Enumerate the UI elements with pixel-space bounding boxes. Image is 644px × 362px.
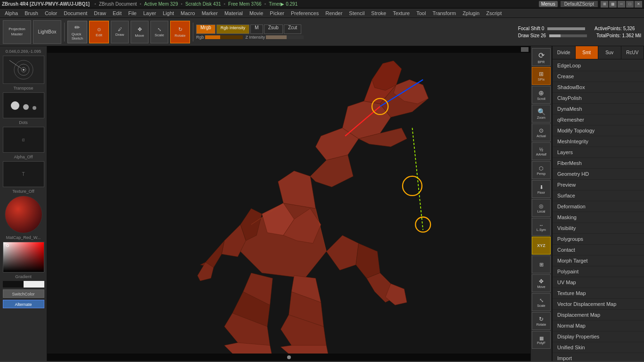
tool-menu-item-display-properties[interactable]: Display Properties — [553, 331, 644, 342]
actual-button[interactable]: ⊙ Actual — [532, 123, 551, 141]
close-button[interactable]: ✕ — [635, 1, 642, 8]
tool-menu-item-qremesher[interactable]: qRemesher — [553, 115, 644, 125]
scale-button[interactable]: ⤡ Scale — [150, 21, 168, 43]
gradient-bar[interactable] — [3, 281, 44, 288]
alternate-button[interactable]: Alternate — [3, 300, 44, 308]
divide-button[interactable]: Divide — [553, 46, 576, 59]
tool-menu-item-edgeloop[interactable]: EdgeLoop — [553, 60, 644, 71]
xyz-button[interactable]: XYZ — [532, 237, 551, 255]
tool-menu-item-texture-map[interactable]: Texture Map — [553, 288, 644, 299]
texture-widget[interactable]: T — [3, 161, 44, 187]
bpr-button[interactable]: ⟳ BPR — [532, 48, 551, 66]
tool-menu-item-displacement-map[interactable]: Displacement Map — [553, 310, 644, 321]
menu-color[interactable]: Color — [42, 9, 60, 17]
menu-light[interactable]: Light — [160, 9, 177, 17]
tool-menu-item-modify-topology[interactable]: Modify Topology — [553, 125, 644, 136]
edit-button[interactable]: ⊙ Edit — [89, 21, 109, 43]
transpose-widget[interactable] — [3, 56, 44, 84]
m-button[interactable]: M — [250, 25, 263, 34]
menu-marker[interactable]: Marker — [199, 9, 221, 17]
matcap-ball[interactable] — [5, 196, 42, 233]
scale2-button[interactable]: ⤡ Scale — [532, 293, 551, 311]
move2-button[interactable]: ✥ Move — [532, 274, 551, 292]
menu-document[interactable]: Document — [61, 9, 90, 17]
tool-menu-item-uv-map[interactable]: UV Map — [553, 277, 644, 288]
menu-file[interactable]: File — [125, 9, 140, 17]
smt-button[interactable]: Smt — [576, 46, 599, 59]
menu-tool[interactable]: Tool — [413, 9, 429, 17]
scroll-button[interactable]: ⊕ Scroll — [532, 86, 551, 104]
tool-menu-item-contact[interactable]: Contact — [553, 245, 644, 255]
tool-menu-item-polypaint[interactable]: Polypaint — [553, 266, 644, 277]
alpha-widget[interactable]: α — [3, 127, 44, 153]
frame-button[interactable]: ⊞ — [532, 255, 551, 273]
tool-menu-item-vector-displacement-map[interactable]: Vector Displacement Map — [553, 299, 644, 310]
zoom-button[interactable]: 🔍 Zoom — [532, 105, 551, 123]
menu-material[interactable]: Material — [222, 9, 246, 17]
icon-1[interactable]: ⊞ — [601, 1, 608, 8]
mrgb-button[interactable]: Mrgb — [196, 25, 215, 34]
brush-preview[interactable] — [3, 92, 44, 118]
tool-menu-item-deformation[interactable]: Deformation — [553, 201, 644, 212]
tool-menu-item-import[interactable]: Import — [553, 353, 644, 361]
menu-brush[interactable]: Brush — [22, 9, 41, 17]
projection-master-button[interactable]: ProjectionMaster — [3, 20, 31, 44]
floor-button[interactable]: ⬇ Floor — [532, 180, 551, 198]
zsub-button[interactable]: Zsub — [264, 25, 283, 34]
tool-menu-item-normal-map[interactable]: Normal Map — [553, 321, 644, 331]
tool-menu-item-polygroups[interactable]: Polygroups — [553, 234, 644, 245]
canvas-area[interactable] — [47, 46, 530, 361]
rotate2-button[interactable]: ↻ Rotate — [532, 312, 551, 330]
tool-menu-item-crease[interactable]: Crease — [553, 71, 644, 82]
menu-render[interactable]: Render — [322, 9, 345, 17]
lightbox-button[interactable]: LightBox — [33, 20, 61, 44]
tool-menu-item-fibermesh[interactable]: FiberMesh — [553, 158, 644, 169]
switch-color-button[interactable]: SwitchColor — [3, 289, 44, 298]
menu-preferences[interactable]: Preferences — [288, 9, 322, 17]
menu-movie[interactable]: Movie — [247, 9, 266, 17]
lsym-button[interactable]: ↔ L.Sym — [532, 218, 551, 236]
local-button[interactable]: ◎ Local — [532, 199, 551, 217]
menu-zplugin[interactable]: Zplugin — [460, 9, 482, 17]
tool-menu-item-morph-target[interactable]: Morph Target — [553, 255, 644, 266]
viewport-3d[interactable] — [47, 53, 530, 361]
tool-menu-item-masking[interactable]: Masking — [553, 212, 644, 223]
menus-button[interactable]: Menus — [539, 1, 558, 7]
menu-alpha[interactable]: Alpha — [2, 9, 21, 17]
tool-menu-item-claypolish[interactable]: ClayPolish — [553, 93, 644, 104]
aahalf-button[interactable]: ½ AAHalf — [532, 142, 551, 160]
minimize-button[interactable]: ─ — [618, 1, 625, 8]
color-picker-area[interactable] — [3, 242, 44, 272]
persp-button[interactable]: ⬡ Persp — [532, 161, 551, 179]
menu-draw[interactable]: Draw — [91, 9, 109, 17]
menu-stroke[interactable]: Stroke — [368, 9, 389, 17]
tool-menu-item-shadowbox[interactable]: ShadowBox — [553, 82, 644, 93]
menu-stencil[interactable]: Stencil — [346, 9, 367, 17]
menu-picker[interactable]: Picker — [267, 9, 287, 17]
polyf-button[interactable]: ▦ PolyF — [532, 331, 551, 349]
menu-edit[interactable]: Edit — [110, 9, 124, 17]
tool-menu-item-geometry-hd[interactable]: Geometry HD — [553, 169, 644, 180]
zcut-button[interactable]: Zcut — [284, 25, 301, 34]
tool-menu-item-surface[interactable]: Surface — [553, 190, 644, 201]
move-button[interactable]: ✥ Move — [131, 21, 149, 43]
menu-transform[interactable]: Transform — [429, 9, 459, 17]
menu-texture[interactable]: Texture — [390, 9, 413, 17]
tool-menu-item-unified-skin[interactable]: Unified Skin — [553, 342, 644, 353]
tool-menu-item-meshintegrity[interactable]: MeshIntegrity — [553, 136, 644, 147]
suv-button[interactable]: Suv — [598, 46, 621, 59]
icon-2[interactable]: ▦ — [609, 1, 617, 8]
rcuv-button[interactable]: RcUV — [621, 46, 644, 59]
maximize-button[interactable]: □ — [626, 1, 634, 8]
quick-sketch-button[interactable]: ✏ QuickSketch — [67, 21, 87, 43]
menu-layer[interactable]: Layer — [140, 9, 159, 17]
rotate-button[interactable]: ↻ Rotate — [170, 21, 190, 43]
tool-menu-item-preview[interactable]: Preview — [553, 180, 644, 190]
tool-menu-item-visibility[interactable]: Visibility — [553, 223, 644, 234]
menu-macro[interactable]: Macro — [178, 9, 198, 17]
menu-zscript[interactable]: Zscript — [483, 9, 504, 17]
draw-button[interactable]: 🖊 Draw — [111, 21, 129, 43]
tool-menu-item-dynamesh[interactable]: DynaMesh — [553, 104, 644, 115]
spix-button[interactable]: ⊞ SPix — [532, 67, 551, 85]
tool-menu-item-layers[interactable]: Layers — [553, 147, 644, 158]
